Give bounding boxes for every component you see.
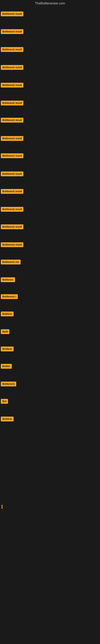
bottleneck-item: Bottleneck result (1, 224, 23, 229)
site-title: TheBottlenecker.com (0, 0, 100, 6)
bottleneck-badge[interactable]: Bottleneck (1, 382, 16, 386)
page-container: TheBottlenecker.com Bottleneck resultBot… (0, 0, 100, 644)
bottleneck-badge[interactable]: Bottleneck result (1, 189, 23, 194)
bottleneck-badge[interactable]: Bottlene (1, 416, 14, 422)
bottleneck-badge[interactable]: Bottleneck result (1, 207, 23, 212)
bottleneck-item: Bottleneck result (1, 136, 23, 141)
bottleneck-item: Bottleneck result (1, 83, 23, 88)
bottleneck-item: Bottleneck result (1, 100, 23, 106)
bottleneck-item: Bottleneck r (1, 294, 18, 300)
bottleneck-badge[interactable]: Bottleneck result (1, 83, 23, 88)
bottleneck-badge[interactable]: Bottler (1, 364, 12, 369)
bottleneck-item: Bottleneck result (1, 65, 23, 70)
bottleneck-item: Bottleneck result (1, 29, 23, 34)
bottleneck-badge[interactable]: Bottleneck result (1, 12, 23, 16)
bottleneck-badge[interactable]: Bottleneck result (1, 118, 23, 122)
bottleneck-badge[interactable]: Bottlenec (1, 277, 15, 282)
bottleneck-badge[interactable]: Bottlene (1, 312, 14, 316)
bottleneck-item: Bottleneck result (1, 172, 23, 176)
bottleneck-item: Bottleneck result (1, 189, 23, 194)
bottleneck-item: Bottlene (1, 346, 14, 352)
bottleneck-item: Bottleneck result (1, 12, 23, 16)
bottleneck-badge[interactable]: Bottleneck res (1, 260, 21, 264)
bottleneck-item: Bottleneck (1, 382, 16, 387)
small-indicator (1, 505, 2, 509)
bottleneck-item: Bottlene (1, 312, 14, 317)
bottleneck-item: Bottleneck result (1, 47, 23, 52)
bottleneck-item: Bottleneck result (1, 118, 23, 122)
bottleneck-badge[interactable]: Bottleneck result (1, 29, 23, 34)
bottleneck-badge[interactable]: Bottleneck result (1, 136, 23, 141)
bottleneck-badge[interactable]: Bot (1, 399, 8, 404)
bottleneck-badge[interactable]: Bottleneck result (1, 172, 23, 176)
bottleneck-item: Bottl (1, 329, 9, 335)
bottleneck-badge[interactable]: Bottl (1, 329, 9, 334)
bottleneck-badge[interactable]: Bottleneck r (1, 294, 18, 299)
bottleneck-item: Bottler (1, 364, 12, 370)
bottleneck-badge[interactable]: Bottleneck result (1, 65, 23, 70)
bottleneck-item: Bottlenec (1, 277, 15, 283)
bottleneck-badge[interactable]: Bottlene (1, 346, 14, 352)
bottleneck-item: Bottleneck result (1, 207, 23, 212)
bottleneck-badge[interactable]: Bottleneck result (1, 100, 23, 106)
bottleneck-item: Bot (1, 399, 8, 404)
bottleneck-item: Bottleneck res (1, 260, 21, 265)
bottleneck-item: Bottleneck result (1, 153, 23, 158)
bottleneck-badge[interactable]: Bottleneck result (1, 47, 23, 52)
bottleneck-badge[interactable]: Bottleneck result (1, 153, 23, 158)
bottleneck-item: Bottlene (1, 416, 14, 422)
bottleneck-item: Bottleneck result (1, 242, 23, 247)
bottleneck-badge[interactable]: Bottleneck result (1, 242, 23, 247)
bottleneck-badge[interactable]: Bottleneck result (1, 224, 23, 229)
